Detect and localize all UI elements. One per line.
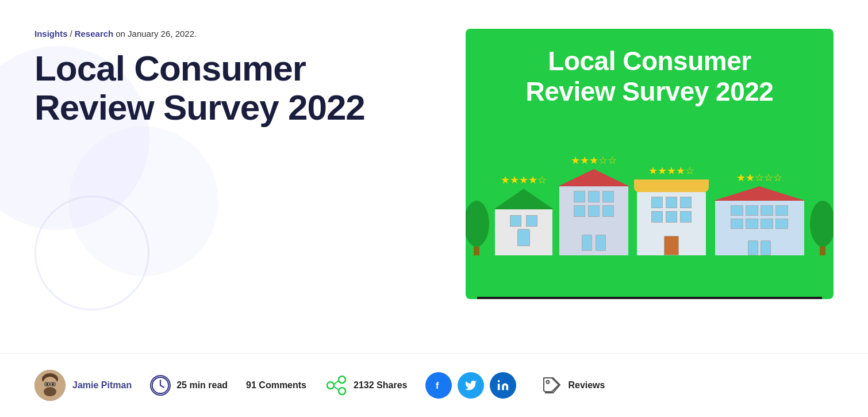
svg-point-18 — [498, 380, 500, 382]
building4-door-right — [761, 240, 771, 255]
main-content: Insights / Research on January 26, 2022.… — [0, 0, 868, 353]
building3-window — [651, 197, 663, 208]
read-time-section: 25 min read — [150, 375, 228, 396]
hero-title-line2: Review Survey 2022 — [526, 76, 774, 106]
hero-image: Local Consumer Review Survey 2022 ★★★★☆ — [466, 29, 834, 299]
page-wrapper: Insights / Research on January 26, 2022.… — [0, 0, 868, 417]
building1-stars: ★★★★☆ — [501, 174, 547, 186]
building2-windows-top — [574, 191, 614, 202]
buildings-illustration: ★★★★☆ ★★★☆☆ — [477, 154, 822, 255]
building4-windows-top — [731, 205, 788, 216]
building2-body — [559, 186, 628, 255]
author-name: Jamie Pitman — [72, 380, 132, 391]
clock-svg — [151, 375, 170, 396]
svg-line-11 — [160, 385, 164, 388]
footer-bar: Jamie Pitman 25 min read 91 Comments — [0, 353, 868, 417]
building1-windows — [510, 215, 537, 227]
svg-line-15 — [334, 381, 339, 384]
facebook-button[interactable]: f — [425, 372, 452, 399]
building4-window — [775, 219, 788, 229]
article-title-line1: Local Consumer — [34, 48, 306, 88]
svg-point-12 — [339, 376, 345, 383]
building-wide: ★★☆☆☆ — [713, 171, 805, 255]
svg-point-13 — [327, 382, 334, 389]
breadcrumb: Insights / Research on January 26, 2022. — [34, 29, 425, 39]
clock-icon — [150, 375, 171, 396]
building4-window — [761, 205, 773, 216]
building4-window — [731, 219, 743, 229]
building1-roof — [494, 189, 554, 209]
breadcrumb-date: on January 26, 2022. — [116, 29, 197, 39]
building3-window — [680, 197, 692, 208]
building2-window — [588, 191, 600, 202]
read-time-text: 25 min read — [176, 380, 228, 391]
building4-window — [746, 205, 758, 216]
breadcrumb-separator: / — [70, 29, 72, 39]
building2-window — [602, 205, 614, 217]
building-small-house: ★★★★☆ — [494, 174, 554, 255]
building3-awning — [634, 179, 709, 192]
tree-top-left — [466, 201, 489, 247]
building4-window — [731, 205, 743, 216]
building1-body — [495, 209, 552, 255]
comments-text: 91 Comments — [246, 380, 306, 391]
shares-section: 2132 Shares — [325, 375, 407, 396]
article-title-line2: Review Survey 2022 — [34, 87, 365, 127]
building3-windows — [651, 197, 692, 208]
hero-title: Local Consumer Review Survey 2022 — [526, 46, 774, 107]
linkedin-button[interactable] — [490, 372, 516, 399]
svg-point-19 — [547, 381, 550, 384]
tag-label: Reviews — [568, 380, 605, 391]
hero-title-line1: Local Consumer — [548, 46, 751, 76]
tree-right — [810, 195, 834, 255]
building1-window-left — [510, 215, 521, 227]
facebook-icon: f — [432, 379, 445, 392]
building1-door — [517, 229, 530, 246]
ground-line — [477, 297, 822, 299]
building4-doors — [748, 240, 771, 255]
building-shop: ★★★★☆ — [634, 164, 709, 255]
breadcrumb-insights-link[interactable]: Insights — [34, 29, 68, 39]
left-panel: Insights / Research on January 26, 2022.… — [34, 29, 425, 353]
building2-stars: ★★★☆☆ — [571, 154, 617, 167]
building3-window — [680, 211, 692, 223]
twitter-icon — [464, 379, 477, 392]
tag-icon — [540, 374, 562, 396]
building2-door-right — [596, 235, 606, 251]
building2-window — [574, 191, 585, 202]
building4-body — [715, 201, 804, 255]
shares-text: 2132 Shares — [354, 380, 407, 391]
building3-stars: ★★★★☆ — [648, 164, 694, 177]
building2-door-left — [582, 235, 592, 251]
building3-window — [666, 211, 677, 223]
article-title: Local Consumer Review Survey 2022 — [34, 49, 425, 127]
svg-text:f: f — [436, 381, 439, 391]
twitter-button[interactable] — [458, 372, 484, 399]
tag-section: Reviews — [540, 374, 605, 396]
linkedin-icon — [497, 379, 509, 392]
comments-section: 91 Comments — [246, 380, 306, 391]
building2-doors — [582, 235, 606, 251]
building4-stars: ★★☆☆☆ — [736, 171, 782, 184]
building-tall: ★★★☆☆ — [558, 154, 629, 255]
building3-windows-2 — [651, 211, 692, 223]
building4-window — [746, 219, 758, 229]
tree-top-right — [810, 201, 834, 247]
shares-icon — [325, 375, 348, 396]
building2-windows-mid — [574, 205, 614, 217]
right-panel: Local Consumer Review Survey 2022 ★★★★☆ — [448, 29, 834, 353]
social-section: f — [425, 372, 516, 399]
tree-left — [466, 195, 489, 255]
breadcrumb-research-link[interactable]: Research — [75, 29, 114, 39]
building3-door — [664, 236, 679, 255]
building4-door-left — [748, 240, 758, 255]
author-avatar — [34, 370, 66, 401]
avatar-svg — [34, 370, 66, 401]
building1-window-right — [526, 215, 537, 227]
building2-roof — [558, 169, 629, 186]
svg-line-16 — [334, 387, 339, 390]
svg-point-14 — [339, 388, 345, 395]
building2-window — [602, 191, 614, 202]
building4-window — [775, 205, 788, 216]
building3-window — [651, 211, 663, 223]
